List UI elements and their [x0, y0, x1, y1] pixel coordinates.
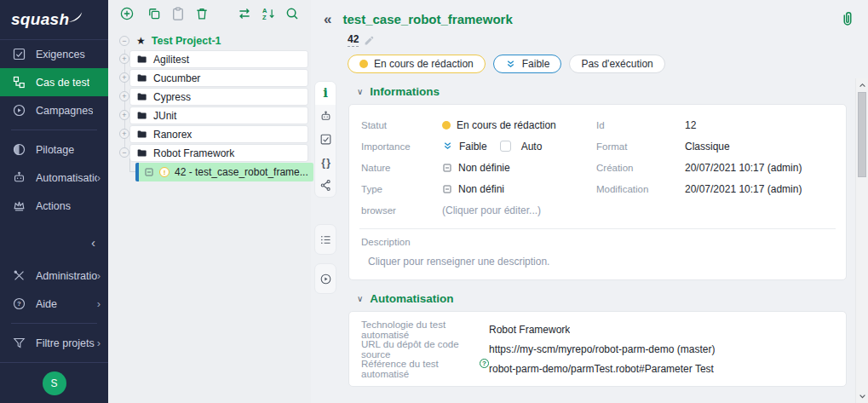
campaigns-icon [12, 103, 26, 118]
expand-node-icon[interactable]: + [119, 54, 129, 64]
field-value-url-depot[interactable]: https://my-scm/myrepo/robot-parm-demo (m… [489, 343, 715, 355]
scrollbar-thumb[interactable] [858, 92, 866, 177]
search-icon[interactable] [285, 6, 300, 21]
tree-folder-ranorex[interactable]: Ranorex [129, 125, 308, 143]
scroll-up-arrow[interactable] [856, 79, 868, 91]
sidebar-item-automatisation[interactable]: Automatisation › [0, 164, 108, 192]
execution-status-pill[interactable]: Pas d'exécution [569, 55, 664, 73]
sidebar-item-aide[interactable]: ? Aide › [0, 290, 108, 318]
tree-folder-row: − Robot Framework [108, 144, 311, 162]
main-header: « test_case_robot_framework 42 En cours … [311, 0, 868, 73]
tab-automatisation[interactable] [315, 105, 336, 128]
collapse-node-icon[interactable]: − [119, 147, 129, 158]
field-value-statut[interactable]: En cours de rédaction [442, 119, 556, 131]
tree-folder-junit[interactable]: JUnit [129, 107, 308, 124]
double-chevron-down-icon [505, 59, 516, 70]
tree-folder-cypress[interactable]: Cypress [129, 88, 308, 106]
share-icon [319, 179, 332, 192]
chevron-left-icon: ‹ [91, 235, 95, 250]
app-window: squash Exigences Cas de test Campagnes P… [0, 0, 868, 403]
sidebar-item-actions[interactable]: Actions [0, 192, 108, 220]
status-pill[interactable]: En cours de rédaction [348, 55, 486, 73]
field-label-technologie: Technologie du test automatisé [361, 320, 489, 340]
sidebar-item-pilotage[interactable]: Pilotage [0, 135, 108, 164]
sidebar-item-label: Pilotage [36, 144, 74, 156]
edit-pencil-icon[interactable] [364, 35, 375, 46]
sidebar: squash Exigences Cas de test Campagnes P… [0, 0, 108, 403]
paste-icon[interactable] [170, 6, 186, 21]
sidebar-item-exigences[interactable]: Exigences [0, 40, 108, 68]
reference-field[interactable]: 42 [348, 33, 359, 47]
play-circle-icon [319, 273, 332, 285]
delete-icon[interactable] [194, 6, 210, 21]
sidebar-item-label: Campagnes [36, 105, 93, 117]
swap-arrows-icon[interactable] [237, 6, 252, 21]
tab-executions[interactable] [315, 264, 336, 293]
sidebar-item-campagnes[interactable]: Campagnes [0, 96, 108, 124]
field-label-nature: Nature [361, 163, 442, 173]
tree-leaf-row: ! 42 - test_case_robot_frame... [108, 163, 311, 181]
auto-checkbox[interactable] [500, 141, 511, 152]
field-value-creation: 20/07/2021 10:17 (admin) [685, 162, 802, 174]
tab-parametres[interactable]: { } [315, 151, 336, 174]
description-placeholder[interactable]: Cliquer pour renseigner une description. [361, 256, 834, 268]
copy-icon[interactable] [147, 6, 162, 21]
field-label-url-depot: URL du dépôt de code source [361, 339, 489, 360]
automatisation-section-header[interactable]: ∨ Automatisation [357, 292, 847, 305]
field-value-browser[interactable]: (Cliquer pour éditer...) [442, 204, 541, 216]
sort-az-icon[interactable]: AZ [261, 6, 276, 21]
sidebar-collapse-button[interactable]: ‹ [0, 228, 108, 262]
square-minus-icon [442, 163, 452, 173]
project-name[interactable]: Test Project-1 [152, 35, 221, 47]
tab-informations[interactable]: i [315, 82, 336, 105]
svg-text:Z: Z [262, 14, 267, 21]
sidebar-item-label: Automatisation [36, 172, 97, 184]
attachments-paperclip-icon[interactable] [839, 9, 856, 28]
tab-liens[interactable] [315, 174, 336, 197]
field-value-nature[interactable]: Non définie [442, 162, 510, 174]
expand-node-icon[interactable]: + [119, 91, 129, 101]
importance-pill[interactable]: Faible [493, 55, 562, 73]
robot-icon [319, 110, 332, 123]
chevron-right-icon: › [97, 171, 101, 184]
crown-icon [12, 199, 26, 213]
chevron-down-icon: ∨ [357, 88, 363, 96]
field-value-importance[interactable]: Faible Auto [442, 141, 542, 153]
informations-section-header[interactable]: ∨ Informations [357, 85, 847, 98]
tree-project-row[interactable]: − ★ Test Project-1 [108, 32, 311, 50]
field-value-type[interactable]: Non défini [442, 183, 504, 195]
expand-node-icon[interactable]: + [119, 129, 129, 139]
vertical-scrollbar[interactable] [855, 78, 868, 403]
tree-folder-row: + Cypress [108, 88, 311, 106]
tab-exigences-verifiees[interactable] [315, 128, 336, 151]
field-value-reference-test[interactable]: robot-parm-demo/parmTest.robot#Parameter… [489, 363, 714, 375]
tab-plan-etapes[interactable] [315, 225, 336, 254]
user-avatar[interactable]: S [43, 371, 66, 395]
sidebar-item-cas-de-test[interactable]: Cas de test [0, 68, 108, 96]
sidebar-item-label: Aide [36, 298, 57, 310]
tree-folder-cucumber[interactable]: Cucumber [129, 69, 308, 87]
collapse-panel-icon[interactable]: « [324, 12, 331, 26]
collapse-node-icon[interactable]: − [119, 36, 129, 46]
execution-pill-label: Pas d'exécution [581, 58, 652, 70]
sidebar-item-filtre-projets[interactable]: Filtre projets › [0, 329, 108, 357]
folder-icon [136, 91, 147, 102]
sidebar-item-administration[interactable]: Administration › [0, 262, 108, 290]
expand-node-icon[interactable]: + [119, 72, 129, 83]
star-icon: ★ [136, 35, 146, 47]
field-label-browser: browser [361, 205, 442, 216]
field-label-reference-test: Référence du test automatisé? [361, 359, 489, 379]
checkbox-check-icon [319, 133, 332, 146]
tree-folder-agilitest[interactable]: Agilitest [129, 50, 308, 68]
help-icon: ? [12, 296, 26, 311]
help-circle-icon[interactable]: ? [480, 359, 489, 368]
field-value-technologie[interactable]: Robot Framework [489, 324, 570, 336]
section-title: Automatisation [370, 292, 453, 305]
add-icon[interactable] [119, 6, 135, 21]
field-value-modification: 20/07/2021 10:17 (admin) [685, 183, 802, 195]
tree-item-selected-test-case[interactable]: ! 42 - test_case_robot_frame... [135, 163, 313, 181]
tree-folder-robot-framework[interactable]: Robot Framework [129, 144, 308, 162]
squash-logo[interactable]: squash [0, 0, 108, 40]
scroll-down-arrow[interactable] [856, 390, 868, 402]
expand-node-icon[interactable]: + [119, 110, 129, 120]
